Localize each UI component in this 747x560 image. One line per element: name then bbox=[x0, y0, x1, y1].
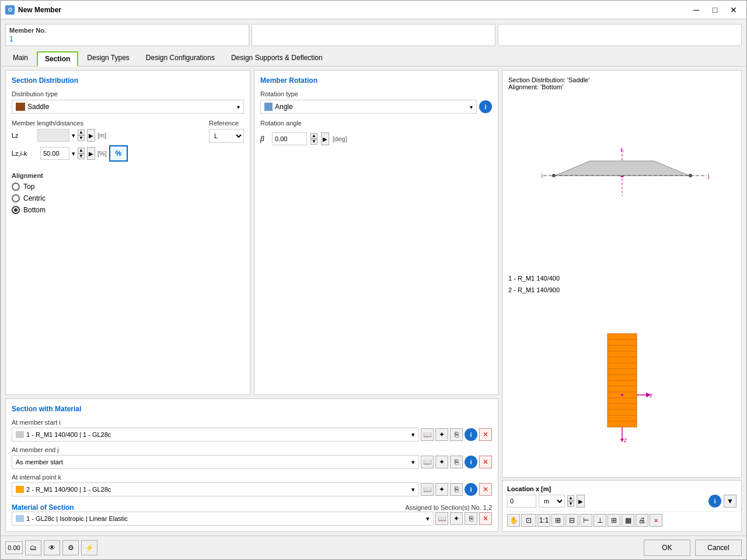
internal-star-btn[interactable]: ✦ bbox=[435, 483, 448, 496]
alignment-top-radio[interactable] bbox=[12, 183, 20, 191]
member-end-select[interactable]: As member start ▾ bbox=[12, 455, 419, 469]
rotation-info-button[interactable]: i bbox=[479, 100, 492, 113]
end-star-btn[interactable]: ✦ bbox=[435, 456, 448, 468]
location-info-btn[interactable]: i bbox=[708, 495, 721, 508]
start-delete-btn[interactable]: ✕ bbox=[479, 428, 492, 441]
location-input[interactable] bbox=[507, 495, 536, 508]
view-btn-9[interactable]: ▦ bbox=[622, 514, 634, 527]
beta-spin-down[interactable]: ▼ bbox=[310, 139, 317, 145]
alignment-bottom-row[interactable]: Bottom bbox=[12, 206, 244, 214]
internal-point-select[interactable]: 2 - R_M1 140/900 | 1 - GL28c ▾ bbox=[12, 482, 419, 496]
view-btn-10[interactable]: 🖨 bbox=[636, 514, 648, 527]
location-spin-up[interactable]: ▲ bbox=[567, 495, 574, 501]
lz-ik-spinner[interactable]: ▲ ▼ bbox=[78, 148, 85, 159]
alignment-bottom-radio[interactable] bbox=[12, 206, 20, 214]
location-spinner[interactable]: ▲ ▼ bbox=[567, 495, 574, 507]
ok-button[interactable]: OK bbox=[644, 540, 690, 556]
view-btn-4[interactable]: ⊞ bbox=[551, 514, 564, 527]
member-lengths-col: Member length/distances Lz ▾ ▲ ▼ ▶ bbox=[12, 120, 200, 165]
tab-design-configurations[interactable]: Design Configurations bbox=[138, 51, 222, 66]
view-btn-8[interactable]: ⊞ bbox=[608, 514, 620, 527]
rotation-type-select[interactable]: Angle ▾ bbox=[260, 100, 477, 114]
cancel-button[interactable]: Cancel bbox=[695, 540, 742, 556]
location-arrow-btn[interactable]: ▶ bbox=[577, 495, 585, 508]
internal-copy-btn[interactable]: ⎘ bbox=[450, 483, 463, 496]
alignment-section: Alignment Top Centric bbox=[12, 172, 244, 214]
preview-info: Section Distribution: 'Saddle' Alignment… bbox=[508, 76, 735, 90]
beta-spinner[interactable]: ▲ ▼ bbox=[310, 133, 317, 145]
alignment-label: Alignment bbox=[12, 172, 244, 179]
z-axis-label: z bbox=[624, 437, 627, 443]
location-action-btn[interactable]: ▼ bbox=[724, 495, 736, 508]
location-spin-down[interactable]: ▼ bbox=[567, 501, 574, 507]
material-select[interactable]: 1 - GL28c | Isotropic | Linear Elastic ▾ bbox=[12, 512, 434, 526]
percent-button[interactable]: % bbox=[109, 145, 128, 162]
distribution-type-select[interactable]: Saddle ▾ bbox=[12, 100, 244, 114]
tab-design-supports[interactable]: Design Supports & Deflection bbox=[224, 51, 330, 66]
end-copy-btn[interactable]: ⎘ bbox=[450, 456, 463, 468]
status-btn-2[interactable]: 👁 bbox=[44, 540, 60, 555]
alignment-centric-radio[interactable] bbox=[12, 194, 20, 202]
alignment-centric-row[interactable]: Centric bbox=[12, 194, 244, 202]
end-book-btn[interactable]: 📖 bbox=[421, 456, 434, 468]
lz-ik-input[interactable] bbox=[40, 147, 69, 160]
reference-select[interactable]: L bbox=[209, 129, 244, 143]
material-book-btn[interactable]: 📖 bbox=[435, 512, 448, 525]
beta-input[interactable] bbox=[272, 132, 307, 145]
material-title: Material of Section bbox=[12, 503, 74, 512]
internal-info-btn[interactable]: i bbox=[465, 483, 477, 496]
alignment-top-row[interactable]: Top bbox=[12, 183, 244, 191]
start-book-btn[interactable]: 📖 bbox=[421, 428, 434, 441]
lz-input[interactable] bbox=[37, 129, 69, 142]
view-btn-1[interactable]: ✋ bbox=[507, 514, 520, 527]
section-material-panel: Section with Material At member start i … bbox=[5, 398, 498, 532]
lz-ik-spin-down[interactable]: ▼ bbox=[78, 153, 85, 159]
lz-ik-arrow-btn[interactable]: ▶ bbox=[87, 147, 95, 160]
material-copy-btn[interactable]: ⎘ bbox=[465, 512, 477, 525]
lz-spin-up[interactable]: ▲ bbox=[78, 130, 85, 135]
distribution-type-label: Distribution type bbox=[12, 90, 244, 97]
beta-spin-up[interactable]: ▲ bbox=[310, 133, 317, 139]
view-btn-2[interactable]: ⊡ bbox=[521, 514, 536, 527]
end-delete-btn[interactable]: ✕ bbox=[479, 456, 492, 468]
section-material-title: Section with Material bbox=[12, 405, 492, 413]
view-btn-11[interactable]: ✕ bbox=[650, 514, 662, 527]
lz-spin-down[interactable]: ▼ bbox=[78, 135, 85, 141]
material-delete-btn[interactable]: ✕ bbox=[479, 512, 492, 525]
start-copy-btn[interactable]: ⎘ bbox=[450, 428, 463, 441]
status-btn-1[interactable]: 🗂 bbox=[25, 540, 41, 555]
k-label: k bbox=[620, 146, 624, 153]
rotation-type-label: Rotation type bbox=[260, 90, 492, 97]
tab-section[interactable]: Section bbox=[37, 51, 78, 66]
tab-main[interactable]: Main bbox=[5, 51, 36, 66]
lz-ik-dropdown-icon[interactable]: ▾ bbox=[72, 150, 75, 158]
lz-ik-spin-up[interactable]: ▲ bbox=[78, 148, 85, 153]
beta-arrow-btn[interactable]: ▶ bbox=[321, 132, 329, 145]
lz-label: Lz bbox=[12, 132, 35, 139]
maximize-button[interactable]: □ bbox=[707, 4, 723, 16]
location-unit-select[interactable]: m bbox=[539, 495, 565, 508]
view-btn-3[interactable]: 1:1 bbox=[537, 514, 550, 527]
section1-label: 1 - R_M1 140/400 bbox=[508, 273, 735, 285]
lz-arrow-btn[interactable]: ▶ bbox=[87, 129, 95, 142]
lz-spinner[interactable]: ▲ ▼ bbox=[78, 130, 85, 141]
view-btn-7[interactable]: ⊥ bbox=[594, 514, 606, 527]
view-btn-6[interactable]: ⊢ bbox=[580, 514, 592, 527]
end-info-btn[interactable]: i bbox=[465, 456, 477, 468]
member-start-select[interactable]: 1 - R_M1 140/400 | 1 - GL28c ▾ bbox=[12, 428, 419, 442]
start-info-btn[interactable]: i bbox=[465, 428, 477, 441]
lz-dropdown-icon[interactable]: ▾ bbox=[72, 132, 75, 139]
start-star-btn[interactable]: ✦ bbox=[435, 428, 448, 441]
internal-delete-btn[interactable]: ✕ bbox=[479, 483, 492, 496]
angle-color-icon bbox=[264, 103, 273, 111]
internal-book-btn[interactable]: 📖 bbox=[421, 483, 434, 496]
member-end-value: As member start bbox=[16, 459, 63, 466]
minimize-button[interactable]: ─ bbox=[688, 4, 704, 16]
member-start-value: 1 - R_M1 140/400 | 1 - GL28c bbox=[26, 431, 111, 438]
material-star-btn[interactable]: ✦ bbox=[450, 512, 463, 525]
status-btn-4[interactable]: ⚡ bbox=[81, 540, 97, 555]
view-btn-5[interactable]: ⊟ bbox=[566, 514, 578, 527]
status-btn-3[interactable]: ⚙ bbox=[62, 540, 79, 555]
close-button[interactable]: ✕ bbox=[725, 4, 742, 16]
tab-design-types[interactable]: Design Types bbox=[79, 51, 137, 66]
